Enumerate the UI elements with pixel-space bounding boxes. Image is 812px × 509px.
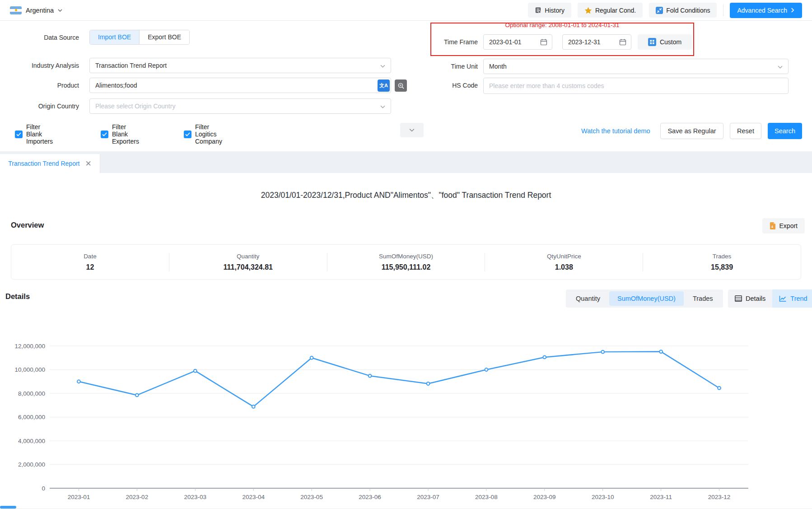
view-tab-label: Trend bbox=[790, 295, 807, 302]
reset-button[interactable]: Reset bbox=[730, 123, 761, 139]
export-file-icon bbox=[770, 222, 776, 229]
metric-tab-trades[interactable]: Trades bbox=[685, 291, 721, 306]
trend-line bbox=[79, 352, 719, 407]
y-axis-tick-label: 12,000,000 bbox=[14, 343, 45, 350]
origin-country-select[interactable]: Please select Origin Country bbox=[89, 98, 391, 114]
custom-range-button[interactable]: Custom bbox=[638, 34, 692, 50]
stat-sum-of-money: SumOfMoney(USD) 115,950,111.02 bbox=[327, 253, 485, 271]
overview-stats-card: Date 12 Quantity 111,704,324.81 SumOfMon… bbox=[11, 244, 801, 280]
advanced-search-button[interactable]: Advanced Search bbox=[730, 3, 802, 18]
fold-conditions-icon bbox=[656, 7, 663, 14]
country-name: Argentina bbox=[26, 7, 54, 14]
time-unit-label: Time Unit bbox=[420, 59, 478, 74]
fold-conditions-button[interactable]: Fold Conditions bbox=[649, 3, 717, 18]
regular-cond-label: Regular Cond. bbox=[595, 7, 636, 14]
x-axis-tick-label: 2023-03 bbox=[184, 494, 207, 500]
filter-logitics-company-checkbox[interactable]: Filter Logitics Company bbox=[184, 126, 222, 142]
chevron-down-icon bbox=[380, 104, 385, 109]
custom-range-icon bbox=[648, 38, 656, 46]
tutorial-demo-link[interactable]: Watch the tutorial demo bbox=[581, 127, 650, 135]
stat-quantity: Quantity 111,704,324.81 bbox=[169, 253, 327, 271]
y-axis-tick-label: 2,000,000 bbox=[18, 461, 45, 468]
x-axis-tick-label: 2023-12 bbox=[708, 494, 731, 500]
line-chart-icon bbox=[779, 295, 787, 302]
x-axis-tick-label: 2023-01 bbox=[68, 494, 90, 500]
checkbox-label: Filter Blank Exporters bbox=[112, 123, 139, 145]
product-input[interactable] bbox=[89, 78, 391, 93]
advanced-search-label: Advanced Search bbox=[737, 7, 787, 14]
checkbox-label: Filter Logitics Company bbox=[195, 123, 222, 145]
search-button[interactable]: Search bbox=[768, 123, 802, 139]
country-selector[interactable]: Argentina bbox=[10, 6, 62, 14]
stat-value: 111,704,324.81 bbox=[169, 263, 327, 271]
import-boe-tab[interactable]: Import BOE bbox=[90, 30, 139, 44]
trend-chart-container: 02,000,0004,000,0006,000,0008,000,00010,… bbox=[0, 333, 812, 505]
data-point bbox=[194, 369, 197, 373]
view-tab-label: Details bbox=[746, 295, 765, 302]
close-icon[interactable]: ✕ bbox=[85, 160, 91, 168]
stat-label: Trades bbox=[643, 253, 801, 260]
industry-analysis-select[interactable]: Transaction Trend Report bbox=[89, 58, 391, 73]
star-icon bbox=[584, 7, 592, 14]
report-content: 2023/01/01-2023/12/31,Product AND"Alimen… bbox=[0, 173, 812, 509]
data-source-label: Data Source bbox=[9, 30, 79, 45]
table-icon bbox=[735, 295, 742, 302]
view-tab-details[interactable]: Details bbox=[728, 290, 772, 308]
data-point bbox=[369, 374, 372, 378]
result-tab-bar: Transaction Trend Report ✕ bbox=[0, 151, 812, 173]
data-point bbox=[427, 382, 430, 385]
regular-cond-button[interactable]: Regular Cond. bbox=[578, 3, 643, 18]
custom-range-label: Custom bbox=[660, 38, 681, 46]
y-axis-tick-label: 6,000,000 bbox=[18, 414, 45, 420]
data-point bbox=[252, 405, 255, 408]
hs-code-input[interactable] bbox=[483, 78, 789, 94]
export-button[interactable]: Export bbox=[762, 218, 805, 233]
top-bar: Argentina History Regular Cond. Fold Con… bbox=[0, 0, 812, 21]
x-axis-tick-label: 2023-08 bbox=[475, 494, 498, 500]
trend-chart[interactable]: 02,000,0004,000,0006,000,0008,000,00010,… bbox=[0, 333, 812, 505]
filter-blank-exporters-checkbox[interactable]: Filter Blank Exporters bbox=[101, 126, 139, 142]
x-axis-tick-label: 2023-02 bbox=[126, 494, 149, 500]
chevron-down-icon bbox=[380, 64, 385, 69]
history-button[interactable]: History bbox=[528, 3, 571, 18]
x-axis-tick-label: 2023-04 bbox=[242, 494, 265, 500]
export-label: Export bbox=[779, 222, 798, 229]
chevron-right-icon bbox=[791, 8, 795, 13]
industry-analysis-label: Industry Analysis bbox=[9, 58, 79, 73]
stat-qty-unit-price: QtyUnitPrice 1.038 bbox=[485, 253, 643, 271]
optional-range-text: Optional range: 2008-01-01 to 2024-01-31 bbox=[430, 22, 694, 28]
date-to-input[interactable]: 2023-12-31 bbox=[562, 34, 631, 50]
fuzzy-search-icon[interactable] bbox=[395, 79, 407, 92]
date-to-value: 2023-12-31 bbox=[568, 38, 601, 46]
stat-value: 1.038 bbox=[485, 263, 643, 271]
y-axis-tick-label: 10,000,000 bbox=[14, 366, 45, 373]
x-axis-tick-label: 2023-07 bbox=[417, 494, 439, 500]
stat-date: Date 12 bbox=[11, 253, 169, 271]
metric-toggle-group: Quantity SumOfMoney(USD) Trades bbox=[566, 290, 723, 308]
date-from-input[interactable]: 2023-01-01 bbox=[483, 34, 552, 50]
origin-country-placeholder: Please select Origin Country bbox=[95, 103, 175, 110]
time-unit-select[interactable]: Month bbox=[483, 59, 789, 74]
data-point bbox=[135, 394, 139, 397]
stat-label: SumOfMoney(USD) bbox=[327, 253, 485, 260]
horizontal-scrollbar-thumb[interactable] bbox=[0, 506, 16, 509]
origin-country-label: Origin Country bbox=[9, 98, 79, 114]
collapse-conditions-button[interactable] bbox=[400, 123, 424, 137]
chevron-down-icon bbox=[778, 65, 783, 70]
export-boe-tab[interactable]: Export BOE bbox=[139, 30, 189, 44]
metric-tab-sum-of-money[interactable]: SumOfMoney(USD) bbox=[609, 291, 684, 306]
product-label: Product bbox=[9, 78, 79, 93]
filter-blank-importers-checkbox[interactable]: Filter Blank Importers bbox=[15, 126, 53, 142]
tab-transaction-trend-report[interactable]: Transaction Trend Report ✕ bbox=[0, 154, 100, 173]
stat-label: QtyUnitPrice bbox=[485, 253, 643, 260]
view-tab-trend[interactable]: Trend bbox=[772, 290, 812, 308]
metric-tab-quantity[interactable]: Quantity bbox=[568, 291, 608, 306]
save-as-regular-button[interactable]: Save as Regular bbox=[660, 123, 723, 139]
stat-trades: Trades 15,839 bbox=[643, 253, 801, 271]
stat-value: 12 bbox=[11, 263, 169, 271]
translate-icon[interactable]: 文A bbox=[378, 79, 390, 92]
fold-conditions-label: Fold Conditions bbox=[666, 7, 710, 14]
data-point bbox=[659, 350, 663, 353]
industry-analysis-value: Transaction Trend Report bbox=[95, 62, 167, 69]
report-title: 2023/01/01-2023/12/31,Product AND"Alimen… bbox=[0, 190, 812, 201]
